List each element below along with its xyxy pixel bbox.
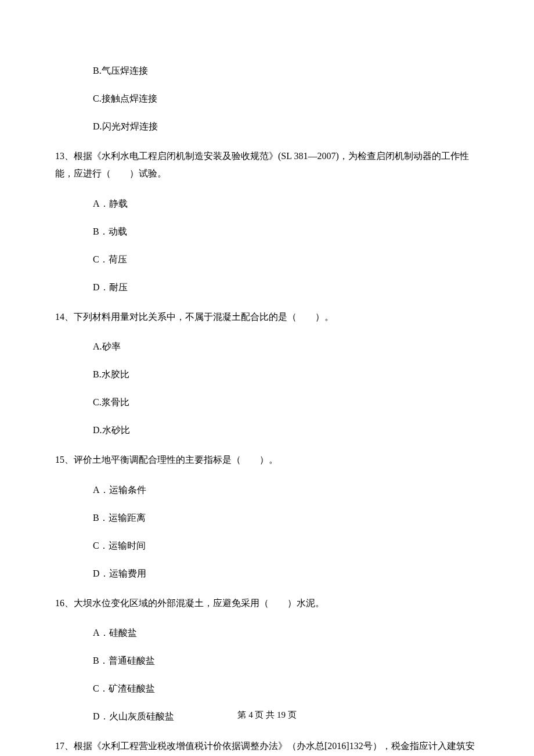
- q16-option-b: B．普通硅酸盐: [55, 654, 479, 668]
- q16-option-c: C．矿渣硅酸盐: [55, 682, 479, 696]
- q14-option-a: A.砂率: [55, 340, 479, 354]
- q14-text: 14、下列材料用量对比关系中，不属于混凝土配合比的是（ ）。: [55, 308, 479, 326]
- q16-option-a: A．硅酸盐: [55, 626, 479, 640]
- q15-text: 15、评价土地平衡调配合理性的主要指标是（ ）。: [55, 451, 479, 469]
- q13-option-d: D．耐压: [55, 280, 479, 294]
- q15-option-a: A．运输条件: [55, 483, 479, 497]
- q14-option-d: D.水砂比: [55, 423, 479, 437]
- q14-option-b: B.水胶比: [55, 368, 479, 381]
- q16-text: 16、大坝水位变化区域的外部混凝土，应避免采用（ ）水泥。: [55, 595, 479, 612]
- q17-text: 17、根据《水利工程营业税改增值税计价依据调整办法》（办水总[2016]132号…: [55, 737, 479, 756]
- q13-text: 13、根据《水利水电工程启闭机制造安装及验收规范》(SL 381—2007)，为…: [55, 147, 479, 183]
- q15-option-c: C．运输时间: [55, 539, 479, 553]
- q13-option-c: C．荷压: [55, 253, 479, 267]
- q13-option-a: A．静载: [55, 197, 479, 211]
- q15-option-d: D．运输费用: [55, 567, 479, 581]
- q15-option-b: B．运输距离: [55, 511, 479, 525]
- q12-option-c: C.接触点焊连接: [55, 92, 479, 106]
- page-footer: 第 4 页 共 19 页: [0, 708, 534, 722]
- q14-option-c: C.浆骨比: [55, 395, 479, 409]
- q12-option-d: D.闪光对焊连接: [55, 120, 479, 134]
- q12-option-b: B.气压焊连接: [55, 64, 479, 78]
- q13-option-b: B．动载: [55, 225, 479, 239]
